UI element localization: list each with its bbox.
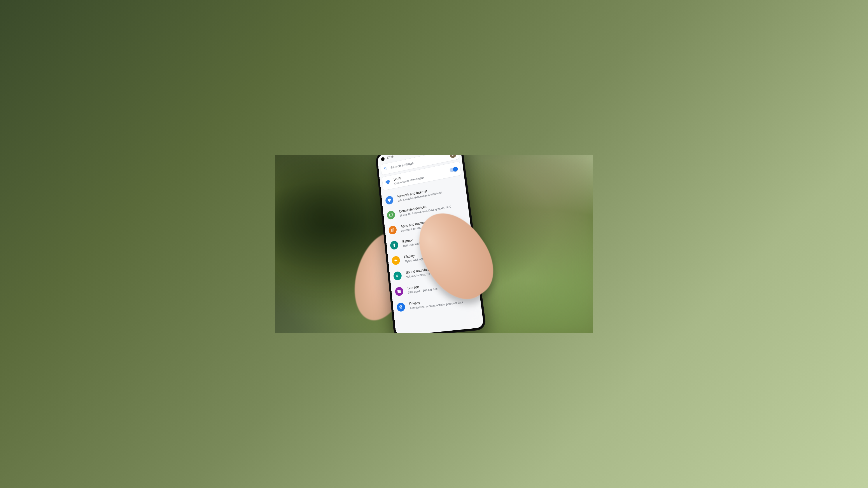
sound-icon bbox=[393, 271, 402, 281]
display-icon bbox=[391, 256, 400, 265]
status-time: 12:38 bbox=[386, 155, 394, 159]
phone-screen: 12:38 45% Search set bbox=[377, 155, 484, 333]
wifi-icon bbox=[385, 195, 394, 205]
storage-icon bbox=[395, 287, 404, 296]
search-icon bbox=[384, 166, 388, 172]
battery-icon bbox=[390, 240, 399, 250]
phone-frame: 12:38 45% Search set bbox=[375, 155, 487, 333]
privacy-icon bbox=[396, 302, 405, 312]
settings-list: Network and InternetWi-Fi, mobile, data … bbox=[381, 177, 481, 316]
wifi-toggle[interactable] bbox=[450, 167, 458, 172]
apps-icon bbox=[388, 225, 397, 235]
profile-avatar[interactable]: R bbox=[450, 155, 457, 159]
photo-scene: 12:38 45% Search set bbox=[275, 155, 593, 333]
devices-icon bbox=[386, 210, 395, 220]
wifi-icon bbox=[385, 179, 391, 187]
